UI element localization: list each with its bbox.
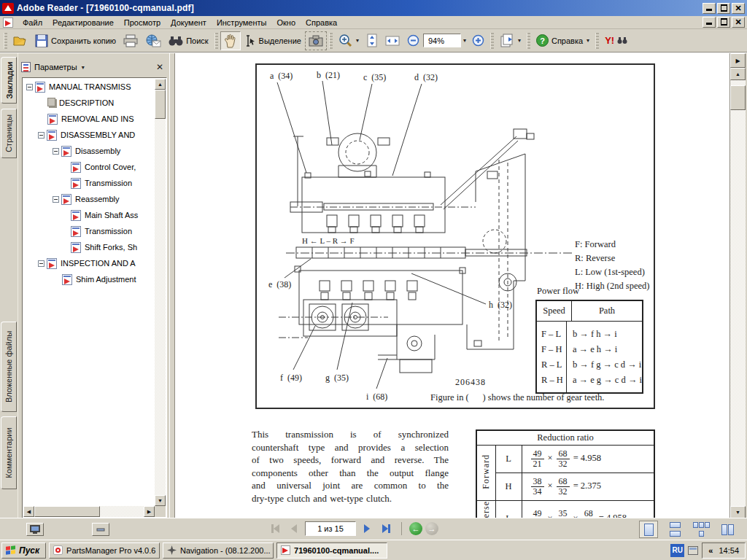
scroll-up-icon[interactable]: ▲ [730,68,746,80]
menu-window[interactable]: Окно [271,17,301,28]
help-dropdown-icon[interactable]: ▾ [587,37,589,44]
toolbar-grip[interactable] [4,33,7,49]
snapshot-button[interactable] [305,31,327,50]
export-dropdown-icon[interactable]: ▾ [518,37,521,44]
zoom-out-button[interactable] [403,31,423,50]
yahoo-search-button[interactable]: Y! [601,31,631,50]
language-indicator[interactable]: RU [670,544,684,557]
tab-pages[interactable]: Страницы [1,109,17,158]
collapse-icon[interactable] [38,132,44,139]
menu-document[interactable]: Документ [166,17,212,28]
bookmark-item[interactable]: Shift Forks, Sh [23,239,155,255]
bookmark-item[interactable]: REMOVAL AND INS [23,111,155,127]
tab-attachments[interactable]: Вложенные файлы [1,322,17,412]
collapse-statusbar-icon[interactable] [92,523,109,536]
first-page-button[interactable] [267,521,283,536]
start-button[interactable]: Пуск [1,542,46,559]
bookmark-item[interactable]: Reassembly [23,191,155,207]
fit-page-button[interactable] [363,31,382,50]
options-menu[interactable]: Параметры [34,63,77,71]
toolbar-grip[interactable] [490,33,494,49]
taskbar-item-navigation[interactable]: Navigation - (08.12.200... [163,542,274,559]
menu-help[interactable]: Справка [301,17,342,28]
zoom-tool-button[interactable]: ▾ [335,31,363,50]
bookmarks-horizontal-scrollbar[interactable]: ◀ ▶ [23,506,155,517]
view-forward-button[interactable]: → [425,522,438,535]
document-vertical-scrollbar[interactable]: ▶ ▲ ▼ [729,53,746,518]
restore-button[interactable] [717,3,730,14]
minimize-button[interactable] [703,3,716,14]
print-button[interactable] [120,31,142,50]
collapse-icon[interactable] [26,84,33,90]
pane-toggle-icon[interactable]: ▶ [730,53,746,68]
zoom-level-input[interactable]: 94% [423,34,461,47]
view-back-button[interactable]: ← [409,522,422,535]
save-copy-button[interactable]: Сохранить копию [31,31,120,50]
email-button[interactable] [142,31,165,50]
collapse-icon[interactable] [53,196,59,203]
scrollbar-thumb[interactable] [34,506,100,517]
doc-close-button[interactable]: ✕ [732,17,745,28]
tray-expand-icon[interactable]: « [708,546,713,555]
next-page-button[interactable] [359,521,375,536]
taskbar-item-pdf-active[interactable]: 71960100-cqmanual.... [276,542,387,559]
menu-view[interactable]: Просмотр [119,17,166,28]
scroll-down-icon[interactable]: ▼ [155,495,166,506]
menu-edit[interactable]: Редактирование [47,17,119,28]
single-page-view-icon[interactable] [639,521,658,538]
scrollbar-thumb[interactable] [155,90,166,119]
export-button[interactable]: ▾ [496,31,525,50]
menu-tools[interactable]: Инструменты [212,17,272,28]
select-tool-button[interactable]: Выделение [241,31,305,50]
bookmark-item[interactable]: DESCRIPTION [23,95,155,111]
scroll-left-icon[interactable]: ◀ [23,506,34,517]
zoom-in-button[interactable] [468,31,488,50]
tab-bookmarks[interactable]: Закладки [1,57,17,104]
bookmark-item[interactable]: Disassembly [23,143,155,159]
close-button[interactable]: ✕ [732,3,745,14]
bookmarks-vertical-scrollbar[interactable]: ▲ ▼ [155,79,166,506]
continuous-facing-view-icon[interactable] [692,521,711,538]
scroll-up-icon[interactable]: ▲ [155,79,166,90]
bookmark-item[interactable]: Main Shaft Ass [23,207,155,223]
hand-tool-button[interactable] [220,31,241,50]
doc-minimize-button[interactable] [703,17,716,28]
collapse-icon[interactable] [38,260,44,267]
doc-restore-button[interactable] [717,17,730,28]
tray-window-icon[interactable] [688,546,698,555]
facing-view-icon[interactable] [718,521,737,538]
toolbar-grip[interactable] [527,33,530,49]
zoom-tool-dropdown-icon[interactable]: ▾ [356,37,359,44]
bookmark-item[interactable]: DISASSEMBLY AND [23,127,155,143]
document-icon[interactable] [3,18,13,28]
page-number-input[interactable]: 1 из 15 [305,521,356,536]
menu-file[interactable]: Файл [18,17,47,28]
last-page-button[interactable] [378,521,394,536]
bookmark-item[interactable]: INSPECTION AND A [23,255,155,271]
bookmark-item[interactable]: Control Cover, [23,159,155,175]
previous-page-button[interactable] [286,521,302,536]
screen-mode-icon[interactable] [26,523,44,536]
scroll-right-icon[interactable]: ▶ [144,506,155,517]
options-dropdown-icon[interactable]: ▾ [82,64,85,71]
open-button[interactable] [9,31,31,50]
bookmark-item[interactable]: Shim Adjustment [23,271,155,287]
taskbar-item-partsmanager[interactable]: PartsManager Pro v4.0.6 [49,542,160,559]
tab-comments[interactable]: Комментарии [1,416,17,489]
continuous-view-icon[interactable] [665,521,684,538]
bookmark-item[interactable]: MANUAL TRANSMISS [23,79,155,95]
bookmark-item[interactable]: Transmission [23,175,155,191]
zoom-level-dropdown-icon[interactable]: ▾ [463,37,466,44]
scroll-down-icon[interactable]: ▼ [730,506,746,518]
bookmark-item[interactable]: Transmission [23,223,155,239]
collapse-icon[interactable] [53,148,59,155]
toolbar-grip[interactable] [214,33,218,49]
scrollbar-thumb[interactable] [730,85,746,110]
search-button[interactable]: Поиск [165,31,212,50]
toolbar-grip[interactable] [595,33,599,49]
toolbar-grip[interactable] [329,33,333,49]
fit-width-button[interactable] [382,31,403,50]
panel-splitter[interactable] [169,53,175,518]
panel-close-icon[interactable]: ✕ [153,62,166,72]
help-button[interactable]: ? Справка ▾ [533,31,593,50]
